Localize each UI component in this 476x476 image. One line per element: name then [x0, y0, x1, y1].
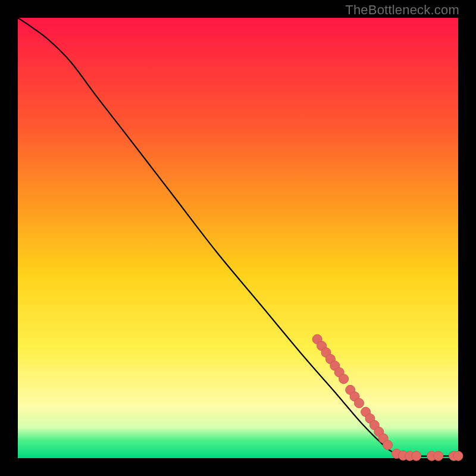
data-point-marker — [339, 374, 349, 384]
plot-area — [18, 18, 458, 458]
data-point-marker — [412, 451, 421, 461]
data-point-marker — [383, 440, 393, 450]
bottleneck-curve — [18, 18, 458, 456]
data-point-marker — [434, 451, 443, 461]
data-point-marker — [453, 451, 463, 461]
data-point-markers — [312, 334, 463, 461]
watermark-text: TheBottleneck.com — [345, 2, 459, 18]
chart-frame: TheBottleneck.com — [0, 0, 476, 476]
data-point-marker — [355, 399, 364, 408]
chart-svg — [18, 18, 458, 458]
